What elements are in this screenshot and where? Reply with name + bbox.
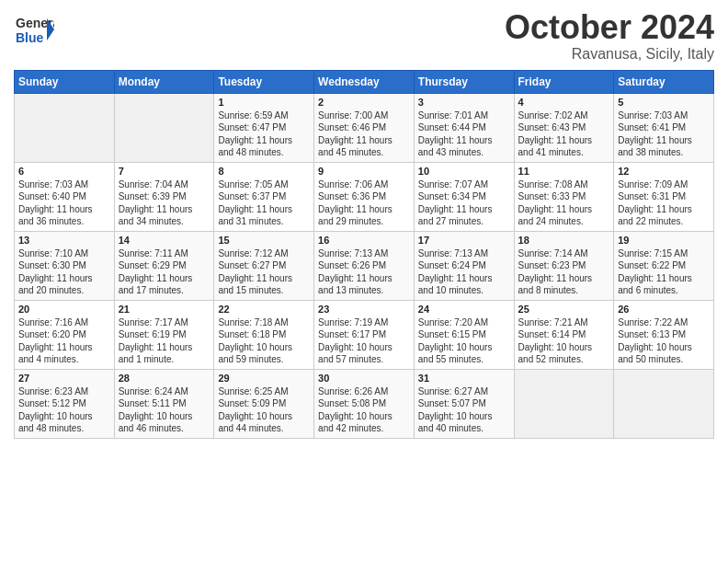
calendar-week-5: 27Sunrise: 6:23 AMSunset: 5:12 PMDayligh… — [15, 369, 714, 438]
cell-content: Sunrise: 7:04 AMSunset: 6:39 PMDaylight:… — [119, 178, 210, 228]
page-subtitle: Ravanusa, Sicily, Italy — [505, 46, 714, 63]
day-number: 29 — [218, 373, 310, 384]
day-number: 31 — [418, 373, 510, 384]
page: General Blue October 2024 Ravanusa, Sici… — [0, 0, 728, 563]
day-number: 5 — [618, 97, 710, 108]
calendar-cell — [15, 93, 115, 162]
day-number: 28 — [119, 373, 210, 384]
day-number: 15 — [218, 235, 310, 246]
calendar-cell: 22Sunrise: 7:18 AMSunset: 6:18 PMDayligh… — [214, 300, 314, 369]
calendar-cell — [114, 93, 214, 162]
header: General Blue October 2024 Ravanusa, Sici… — [14, 9, 714, 63]
day-number: 16 — [318, 235, 410, 246]
weekday-header-tuesday: Tuesday — [214, 70, 314, 93]
weekday-header-monday: Monday — [114, 70, 214, 93]
cell-content: Sunrise: 7:14 AMSunset: 6:23 PMDaylight:… — [518, 247, 610, 297]
weekday-header-wednesday: Wednesday — [314, 70, 415, 93]
calendar-cell: 6Sunrise: 7:03 AMSunset: 6:40 PMDaylight… — [15, 162, 115, 231]
day-number: 19 — [618, 235, 710, 246]
calendar-cell: 16Sunrise: 7:13 AMSunset: 6:26 PMDayligh… — [314, 231, 415, 300]
day-number: 18 — [518, 235, 610, 246]
cell-content: Sunrise: 6:59 AMSunset: 6:47 PMDaylight:… — [218, 109, 310, 159]
day-number: 7 — [119, 166, 210, 177]
calendar-cell — [514, 369, 614, 438]
cell-content: Sunrise: 7:06 AMSunset: 6:36 PMDaylight:… — [318, 178, 410, 228]
calendar-week-4: 20Sunrise: 7:16 AMSunset: 6:20 PMDayligh… — [15, 300, 714, 369]
cell-content: Sunrise: 6:24 AMSunset: 5:11 PMDaylight:… — [119, 385, 210, 435]
calendar-cell: 5Sunrise: 7:03 AMSunset: 6:41 PMDaylight… — [614, 93, 714, 162]
cell-content: Sunrise: 6:26 AMSunset: 5:08 PMDaylight:… — [318, 385, 410, 435]
calendar-cell: 15Sunrise: 7:12 AMSunset: 6:27 PMDayligh… — [214, 231, 314, 300]
calendar-cell: 13Sunrise: 7:10 AMSunset: 6:30 PMDayligh… — [15, 231, 115, 300]
calendar-cell: 9Sunrise: 7:06 AMSunset: 6:36 PMDaylight… — [314, 162, 415, 231]
calendar-cell: 11Sunrise: 7:08 AMSunset: 6:33 PMDayligh… — [514, 162, 614, 231]
cell-content: Sunrise: 7:18 AMSunset: 6:18 PMDaylight:… — [218, 316, 310, 366]
cell-content: Sunrise: 7:10 AMSunset: 6:30 PMDaylight:… — [18, 247, 110, 297]
page-title: October 2024 — [505, 9, 714, 46]
weekday-header-thursday: Thursday — [414, 70, 514, 93]
day-number: 14 — [119, 235, 210, 246]
calendar-cell: 12Sunrise: 7:09 AMSunset: 6:31 PMDayligh… — [614, 162, 714, 231]
day-number: 13 — [18, 235, 110, 246]
cell-content: Sunrise: 7:12 AMSunset: 6:27 PMDaylight:… — [218, 247, 310, 297]
cell-content: Sunrise: 7:03 AMSunset: 6:41 PMDaylight:… — [618, 109, 710, 159]
calendar-cell: 25Sunrise: 7:21 AMSunset: 6:14 PMDayligh… — [514, 300, 614, 369]
calendar-cell: 21Sunrise: 7:17 AMSunset: 6:19 PMDayligh… — [114, 300, 214, 369]
day-number: 17 — [418, 235, 510, 246]
day-number: 27 — [18, 373, 110, 384]
calendar-cell: 3Sunrise: 7:01 AMSunset: 6:44 PMDaylight… — [414, 93, 514, 162]
cell-content: Sunrise: 7:20 AMSunset: 6:15 PMDaylight:… — [418, 316, 510, 366]
cell-content: Sunrise: 7:21 AMSunset: 6:14 PMDaylight:… — [518, 316, 610, 366]
day-number: 23 — [318, 304, 410, 315]
logo: General Blue — [14, 9, 54, 53]
day-number: 4 — [518, 97, 610, 108]
cell-content: Sunrise: 7:19 AMSunset: 6:17 PMDaylight:… — [318, 316, 410, 366]
calendar-cell: 18Sunrise: 7:14 AMSunset: 6:23 PMDayligh… — [514, 231, 614, 300]
calendar-cell: 20Sunrise: 7:16 AMSunset: 6:20 PMDayligh… — [15, 300, 115, 369]
day-number: 25 — [518, 304, 610, 315]
calendar-cell: 26Sunrise: 7:22 AMSunset: 6:13 PMDayligh… — [614, 300, 714, 369]
day-number: 20 — [18, 304, 110, 315]
weekday-header-friday: Friday — [514, 70, 614, 93]
calendar-cell: 23Sunrise: 7:19 AMSunset: 6:17 PMDayligh… — [314, 300, 415, 369]
calendar-cell: 4Sunrise: 7:02 AMSunset: 6:43 PMDaylight… — [514, 93, 614, 162]
cell-content: Sunrise: 6:27 AMSunset: 5:07 PMDaylight:… — [418, 385, 510, 435]
day-number: 22 — [218, 304, 310, 315]
cell-content: Sunrise: 7:22 AMSunset: 6:13 PMDaylight:… — [618, 316, 710, 366]
cell-content: Sunrise: 7:11 AMSunset: 6:29 PMDaylight:… — [119, 247, 210, 297]
calendar-cell: 27Sunrise: 6:23 AMSunset: 5:12 PMDayligh… — [15, 369, 115, 438]
calendar-cell: 1Sunrise: 6:59 AMSunset: 6:47 PMDaylight… — [214, 93, 314, 162]
day-number: 11 — [518, 166, 610, 177]
calendar-week-2: 6Sunrise: 7:03 AMSunset: 6:40 PMDaylight… — [15, 162, 714, 231]
cell-content: Sunrise: 7:13 AMSunset: 6:24 PMDaylight:… — [418, 247, 510, 297]
calendar-cell: 24Sunrise: 7:20 AMSunset: 6:15 PMDayligh… — [414, 300, 514, 369]
day-number: 30 — [318, 373, 410, 384]
logo-icon: General Blue — [14, 9, 54, 53]
cell-content: Sunrise: 7:13 AMSunset: 6:26 PMDaylight:… — [318, 247, 410, 297]
calendar-cell: 29Sunrise: 6:25 AMSunset: 5:09 PMDayligh… — [214, 369, 314, 438]
cell-content: Sunrise: 7:07 AMSunset: 6:34 PMDaylight:… — [418, 178, 510, 228]
cell-content: Sunrise: 7:17 AMSunset: 6:19 PMDaylight:… — [119, 316, 210, 366]
calendar-header-row: SundayMondayTuesdayWednesdayThursdayFrid… — [15, 70, 714, 93]
calendar-cell: 17Sunrise: 7:13 AMSunset: 6:24 PMDayligh… — [414, 231, 514, 300]
calendar-cell: 14Sunrise: 7:11 AMSunset: 6:29 PMDayligh… — [114, 231, 214, 300]
svg-text:Blue: Blue — [16, 30, 44, 45]
calendar-cell: 10Sunrise: 7:07 AMSunset: 6:34 PMDayligh… — [414, 162, 514, 231]
calendar-cell: 7Sunrise: 7:04 AMSunset: 6:39 PMDaylight… — [114, 162, 214, 231]
cell-content: Sunrise: 6:25 AMSunset: 5:09 PMDaylight:… — [218, 385, 310, 435]
calendar-cell: 31Sunrise: 6:27 AMSunset: 5:07 PMDayligh… — [414, 369, 514, 438]
day-number: 12 — [618, 166, 710, 177]
cell-content: Sunrise: 7:00 AMSunset: 6:46 PMDaylight:… — [318, 109, 410, 159]
calendar-cell: 2Sunrise: 7:00 AMSunset: 6:46 PMDaylight… — [314, 93, 415, 162]
day-number: 24 — [418, 304, 510, 315]
cell-content: Sunrise: 7:05 AMSunset: 6:37 PMDaylight:… — [218, 178, 310, 228]
day-number: 26 — [618, 304, 710, 315]
weekday-header-sunday: Sunday — [15, 70, 115, 93]
cell-content: Sunrise: 7:01 AMSunset: 6:44 PMDaylight:… — [418, 109, 510, 159]
cell-content: Sunrise: 6:23 AMSunset: 5:12 PMDaylight:… — [18, 385, 110, 435]
cell-content: Sunrise: 7:09 AMSunset: 6:31 PMDaylight:… — [618, 178, 710, 228]
weekday-header-saturday: Saturday — [614, 70, 714, 93]
calendar-table: SundayMondayTuesdayWednesdayThursdayFrid… — [14, 70, 714, 439]
calendar-cell: 8Sunrise: 7:05 AMSunset: 6:37 PMDaylight… — [214, 162, 314, 231]
title-block: October 2024 Ravanusa, Sicily, Italy — [505, 9, 714, 63]
